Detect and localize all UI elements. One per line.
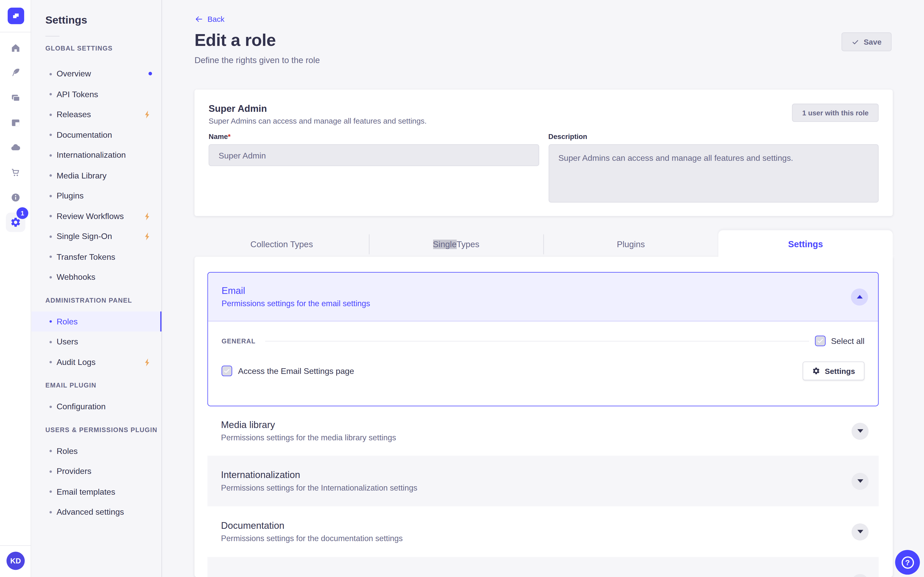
collapse-button[interactable] <box>851 288 868 305</box>
main-content: Back Edit a role Define the rights given… <box>162 0 924 577</box>
accordion-plugins-and-marketplace[interactable]: Plugins and marketplace <box>207 557 879 577</box>
bullet-icon <box>50 491 52 493</box>
accordion-subtitle: Permissions settings for the Internation… <box>221 484 417 492</box>
bullet-icon <box>50 320 52 322</box>
tab-single-types[interactable]: Single Types <box>369 232 543 257</box>
expand-button[interactable] <box>851 574 869 577</box>
media-library-images-icon[interactable] <box>6 88 26 108</box>
check-icon <box>851 38 859 46</box>
bullet-icon <box>50 215 52 217</box>
bullet-icon <box>50 93 52 95</box>
sidebar-item-transfer-tokens[interactable]: Transfer Tokens <box>31 247 162 267</box>
save-button[interactable]: Save <box>842 32 892 51</box>
accordion-title: Documentation <box>221 521 403 531</box>
accordion-title: Internationalization <box>221 470 417 480</box>
accordion-subtitle: Permissions settings for the media libra… <box>221 434 396 442</box>
bullet-icon <box>50 405 52 408</box>
info-icon[interactable] <box>6 187 26 207</box>
sidebar-item-roles-admin[interactable]: Roles <box>31 311 162 331</box>
sidebar-item-providers[interactable]: Providers <box>31 461 162 481</box>
question-mark-icon: ? <box>901 556 914 568</box>
sidebar-item-plugins[interactable]: Plugins <box>31 185 162 206</box>
select-all-checkbox[interactable] <box>815 336 826 346</box>
role-details-card: Super Admin Super Admins can access and … <box>195 90 893 216</box>
sidebar-item-audit-logs[interactable]: Audit Logs <box>31 352 162 372</box>
bullet-icon <box>50 450 52 452</box>
sidebar-item-users[interactable]: Users <box>31 332 162 352</box>
select-all-label: Select all <box>831 336 864 346</box>
lightning-icon <box>143 232 151 241</box>
section-divider-line <box>265 340 809 341</box>
expand-button[interactable] <box>851 422 869 440</box>
accordion-subtitle: Permissions settings for the documentati… <box>221 534 403 543</box>
bullet-icon <box>50 235 52 237</box>
expand-button[interactable] <box>851 523 869 540</box>
role-description-text: Super Admins can access and manage all f… <box>209 117 426 126</box>
cloud-icon[interactable] <box>6 138 26 157</box>
chevron-down-icon <box>857 479 863 483</box>
strapi-logo-icon <box>11 11 21 21</box>
required-asterisk: * <box>228 132 231 141</box>
bullet-icon <box>50 73 52 75</box>
content-manager-layout-icon[interactable] <box>6 113 26 132</box>
sidebar-item-api-tokens[interactable]: API Tokens <box>31 84 162 104</box>
description-textarea[interactable]: Super Admins can access and manage all f… <box>548 144 879 203</box>
selected-text-highlight: Single <box>433 240 457 249</box>
sidebar-item-webhooks[interactable]: Webhooks <box>31 267 162 287</box>
sidebar-item-single-sign-on[interactable]: Single Sign-On <box>31 226 162 247</box>
sidebar-item-overview[interactable]: Overview <box>31 64 162 84</box>
sidebar-section-global-settings: GLOBAL SETTINGS Overview API Tokens Rele… <box>31 45 162 287</box>
sidebar-item-internationalization[interactable]: Internationalization <box>31 145 162 165</box>
bullet-icon <box>50 154 52 156</box>
sidebar-title-divider <box>45 36 60 36</box>
rail-divider-top <box>0 32 31 32</box>
settings-permissions-panel: Email Permissions settings for the email… <box>195 257 893 577</box>
lightning-icon <box>143 358 151 366</box>
back-link[interactable]: Back <box>195 15 225 23</box>
chevron-up-icon <box>856 295 863 298</box>
accordion-media-library[interactable]: Media library Permissions settings for t… <box>207 406 879 456</box>
accordion-documentation[interactable]: Documentation Permissions settings for t… <box>207 506 879 557</box>
accordion-title: Media library <box>221 420 396 430</box>
sidebar-item-media-library[interactable]: Media Library <box>31 165 162 185</box>
bullet-icon <box>50 195 52 197</box>
name-field-group: Name* Super Admin <box>209 132 539 166</box>
users-with-role-button[interactable]: 1 user with this role <box>792 103 879 122</box>
accordion-email: Email Permissions settings for the email… <box>207 272 879 406</box>
chevron-down-icon <box>857 530 863 533</box>
sidebar-item-configuration[interactable]: Configuration <box>31 396 162 416</box>
bullet-icon <box>50 113 52 116</box>
home-icon[interactable] <box>6 38 26 58</box>
page-title: Edit a role <box>195 31 276 50</box>
tab-collection-types[interactable]: Collection Types <box>195 232 369 257</box>
strapi-logo[interactable] <box>8 8 24 24</box>
sidebar-item-roles-up[interactable]: Roles <box>31 440 162 461</box>
bullet-icon <box>50 134 52 136</box>
accordion-email-header[interactable]: Email Permissions settings for the email… <box>208 272 878 322</box>
permission-settings-button[interactable]: Settings <box>802 362 864 380</box>
rail-divider-bottom <box>0 545 31 546</box>
sidebar-item-review-workflows[interactable]: Review Workflows <box>31 206 162 226</box>
sidebar-item-releases[interactable]: Releases <box>31 104 162 124</box>
accordion-email-body: GENERAL Select all Access the Email Sett… <box>208 322 878 406</box>
help-button[interactable]: ? <box>895 550 920 574</box>
sidebar-item-advanced-settings[interactable]: Advanced settings <box>31 501 162 522</box>
name-label: Name* <box>209 132 539 141</box>
permission-checkbox[interactable] <box>221 366 232 376</box>
user-avatar[interactable]: KD <box>6 551 25 570</box>
expand-button[interactable] <box>851 472 869 490</box>
chevron-down-icon <box>857 429 863 433</box>
gear-icon <box>812 367 820 375</box>
arrow-left-icon <box>195 15 203 23</box>
section-label: ADMINISTRATION PANEL <box>45 297 162 304</box>
sidebar-item-email-templates[interactable]: Email templates <box>31 481 162 501</box>
accordion-internationalization[interactable]: Internationalization Permissions setting… <box>207 456 879 506</box>
sidebar-item-documentation[interactable]: Documentation <box>31 125 162 145</box>
tab-plugins[interactable]: Plugins <box>543 232 719 257</box>
tab-settings[interactable]: Settings <box>719 230 893 258</box>
settings-notification-badge: 1 <box>16 207 28 219</box>
marketplace-cart-icon[interactable] <box>6 163 26 182</box>
name-input[interactable]: Super Admin <box>209 144 539 166</box>
content-type-builder-pen-icon[interactable] <box>6 63 26 82</box>
accordion-subtitle: Permissions settings for the email setti… <box>221 299 370 308</box>
